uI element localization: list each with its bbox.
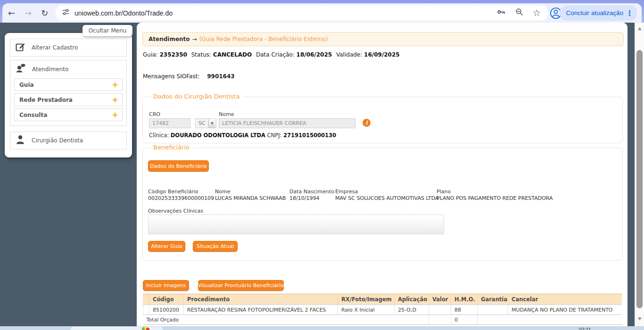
cell-cancelar: MUDANÇA NO PLANO DE TRATAMENTO — [508, 305, 622, 315]
guia-summary-line: Guia: 2352350 Status: CANCELADO Data Cri… — [143, 51, 402, 58]
clinica-line: Clínica: DOURADO ODONTOLOGIA LTDA CNPJ: … — [149, 132, 336, 139]
field-value: 18/10/1994 — [289, 195, 334, 201]
field-label: Data Nascimento — [289, 189, 334, 195]
validade-label: Validade: — [336, 51, 362, 58]
taskbar-sliver: 10:11 — [0, 326, 644, 330]
sidebar-menu: Alterar Cadastro Atendimento Guia + — [5, 33, 132, 157]
sidebar-item-consulta[interactable]: Consulta + — [14, 108, 123, 121]
guia-value: 2352350 — [159, 51, 187, 58]
clinica-label: Clínica: — [149, 132, 169, 139]
field-value: PLANO POS PAGAMENTO REDE PRESTADORA — [437, 195, 553, 201]
sidebar-item-alterar-cadastro[interactable]: Alterar Cadastro — [10, 39, 127, 57]
finish-update-button[interactable]: Concluir atualização ⋮ — [560, 5, 637, 21]
info-icon[interactable]: i — [363, 119, 371, 127]
zoom-out-icon[interactable] — [515, 8, 524, 19]
sidebar-item-cirurgiao-dentista[interactable]: Cirurgião Dentista — [10, 132, 127, 149]
col-codigo: Código — [149, 294, 184, 305]
cell-garantia — [478, 305, 508, 315]
taskbar-app-icon[interactable] — [142, 327, 149, 330]
sidebar-item-atendimento[interactable]: Atendimento — [10, 60, 126, 78]
plano-field: Plano PLANO POS PAGAMENTO REDE PRESTADOR… — [437, 189, 553, 201]
table-row: 85100200 RESTAURAÇÃO RESINA FOTOPOLIMERI… — [143, 305, 622, 315]
bookmark-star-icon[interactable]: ☆ — [533, 8, 541, 17]
sidebar-item-rede-prestadora[interactable]: Rede Prestadora + — [14, 93, 123, 106]
cell-valor — [429, 305, 451, 315]
data-criacao-value: 18/06/2025 — [297, 51, 332, 58]
sidebar-group-atendimento: Atendimento Guia + Rede Prestadora + Con… — [10, 60, 127, 126]
procedures-table: Código Procedimento RX/Foto/Imagem Aplic… — [143, 294, 622, 325]
col-procedimento: Procedimento — [184, 294, 338, 305]
dentist-section: Dados do Cirurgião Dentista CRO 17482 SC… — [142, 97, 623, 143]
col-hmo: H.M.O. — [451, 294, 478, 305]
scroll-down-icon[interactable]: ▼ — [635, 315, 644, 322]
status-label: Status: — [191, 51, 211, 58]
url-text[interactable]: unioweb.com.br/Odonto/Trade.do — [74, 9, 173, 17]
status-value: CANCELADO — [213, 51, 252, 58]
nome-beneficiario-field: Nome LUCAS MIRANDA SCHWAAB — [215, 189, 286, 201]
sidebar-item-guia[interactable]: Guia + — [14, 78, 123, 91]
table-header-row: Código Procedimento RX/Foto/Imagem Aplic… — [143, 294, 622, 305]
plus-icon[interactable]: + — [112, 96, 118, 104]
cro-label: CRO — [149, 111, 160, 117]
plus-icon[interactable]: + — [112, 111, 118, 119]
plus-icon[interactable]: + — [112, 81, 118, 89]
situacao-atual-button[interactable]: Situação Atual — [193, 241, 238, 252]
beneficiary-section-legend: Beneficiário — [150, 144, 192, 151]
forward-icon[interactable]: → — [25, 9, 32, 17]
cnpj-label: CNPJ: — [267, 132, 282, 139]
scroll-up-icon[interactable]: ▲ — [635, 25, 644, 32]
sidebar-item-label: Guia — [19, 82, 34, 88]
field-label: Empresa — [335, 189, 439, 195]
empresa-field: Empresa MAV SC SOLUCOES AUTOMOTIVAS LTDA — [335, 189, 439, 201]
uf-value: SC — [196, 119, 208, 128]
visualizar-prontuario-button[interactable]: Visualizar Prontuário Beneficiário — [198, 280, 284, 291]
reload-icon[interactable]: ↻ — [41, 9, 48, 17]
breadcrumb-arrow-icon: → — [192, 36, 197, 42]
scrollbar-thumb[interactable] — [636, 50, 643, 308]
actions-row: Incluir Imagens Visualizar Prontuário Be… — [143, 280, 284, 291]
field-label: Plano — [437, 189, 553, 195]
page-background: Ocultar Menu Alterar Cadastro — [0, 23, 644, 326]
main-content-panel: Atendimento → (Guia Rede Prestadora - Be… — [137, 23, 627, 326]
sidebar-item-label: Cirurgião Dentista — [32, 137, 83, 144]
dados-beneficiario-button[interactable]: Dados do Beneficiário — [148, 160, 209, 172]
password-key-icon[interactable] — [496, 7, 506, 19]
dentist-section-legend: Dados do Cirurgião Dentista — [150, 93, 243, 100]
hide-menu-tab[interactable]: Ocultar Menu — [83, 25, 132, 36]
incluir-imagens-button[interactable]: Incluir Imagens — [143, 280, 189, 291]
cell-rx: Raio X Inicial — [338, 305, 395, 315]
total-valor-cell — [429, 315, 451, 325]
clinica-value: DOURADO ODONTOLOGIA LTDA — [171, 132, 265, 139]
page-scrollbar[interactable]: ▲ ▼ — [635, 23, 644, 326]
validade-value: 16/09/2025 — [364, 51, 400, 58]
guia-label: Guia: — [143, 51, 158, 58]
total-orcado-label: Total Orçado — [143, 315, 429, 325]
edit-icon — [15, 41, 26, 54]
cell-aplicacao: 25-O,D — [395, 305, 429, 315]
site-settings-icon[interactable] — [62, 8, 70, 18]
data-nascimento-field: Data Nascimento 18/10/1994 — [289, 189, 334, 201]
chevron-down-icon[interactable]: ▼ — [208, 119, 215, 128]
person-icon — [15, 134, 26, 147]
breadcrumb: Atendimento → (Guia Rede Prestadora - Be… — [142, 32, 624, 46]
back-icon[interactable]: ← — [8, 9, 15, 17]
beneficiary-section: Beneficiário Dados do Beneficiário Códig… — [142, 148, 623, 261]
alterar-guia-button[interactable]: Alterar Guia — [148, 241, 185, 252]
url-bar[interactable]: unioweb.com.br/Odonto/Trade.do ☆ — [55, 5, 548, 21]
field-label: Código Beneficiário — [148, 189, 214, 195]
browser-chrome: ← → ↻ unioweb.com.br/Odonto/Trade.do — [0, 0, 644, 23]
person-chat-icon — [15, 63, 26, 76]
field-value: 00202533339600000109 — [148, 195, 214, 201]
siofast-line: Mensagens SIOFast: 9901643 — [143, 73, 235, 80]
cell-procedimento: RESTAURAÇÃO RESINA FOTOPOLIMERIZÁVEL 2 F… — [184, 305, 338, 315]
nome-label: Nome — [219, 111, 234, 117]
col-rx: RX/Foto/Imagem — [338, 294, 395, 305]
observacoes-textarea[interactable] — [148, 214, 444, 234]
data-criacao-label: Data Criação: — [256, 51, 295, 58]
kebab-menu-icon[interactable]: ⋮ — [626, 9, 633, 17]
row-lead-cell — [143, 305, 149, 315]
field-value: MAV SC SOLUCOES AUTOMOTIVAS LTDA — [335, 195, 439, 201]
col-cancelar: Cancelar — [508, 294, 622, 305]
uf-select: SC ▼ — [195, 118, 216, 128]
col-garantia: Garantia — [478, 294, 508, 305]
